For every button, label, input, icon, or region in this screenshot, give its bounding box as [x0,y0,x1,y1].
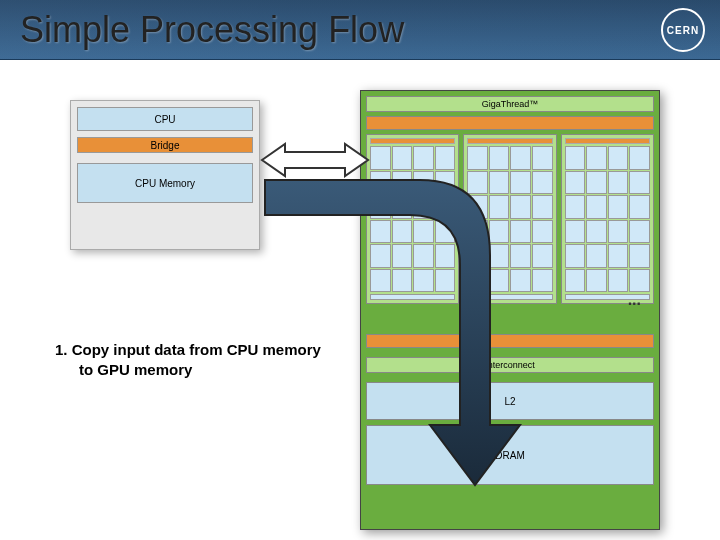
diagram-stage: CPU Bridge CPU Memory GigaThread™ [0,60,720,540]
slide-title: Simple Processing Flow [20,9,404,51]
cpu-block: CPU [77,107,253,131]
cpu-panel: CPU Bridge CPU Memory [70,100,260,250]
gpu-orange-bar [366,116,654,130]
bridge-block: Bridge [77,137,253,153]
svg-marker-0 [262,144,368,176]
slide-header: Simple Processing Flow CERN [0,0,720,60]
bidirectional-arrow-icon [260,140,370,180]
ellipsis-label: ... [628,291,641,309]
cern-logo: CERN [661,8,705,52]
gigathread-bar: GigaThread™ [366,96,654,112]
cpu-memory-block: CPU Memory [77,163,253,203]
cern-logo-text: CERN [667,25,699,36]
curved-arrow-icon [260,175,580,495]
